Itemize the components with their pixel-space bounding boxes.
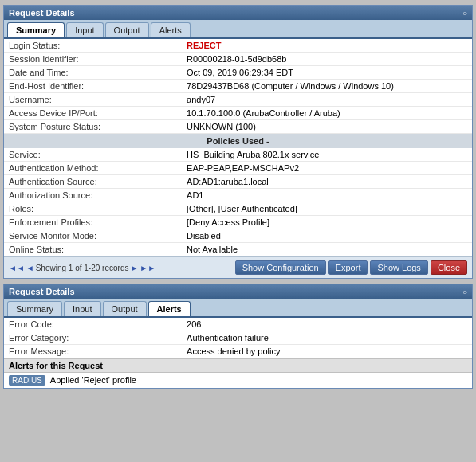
- field-value: R00000218-01-5d9db68b: [182, 53, 472, 66]
- panel-header-2: Request Details ○: [4, 284, 472, 299]
- table-row: Error Message: Access denied by policy: [4, 345, 472, 358]
- export-button[interactable]: Export: [328, 260, 368, 275]
- panel-title-2: Request Details: [9, 287, 75, 296]
- field-label: Service:: [4, 148, 182, 162]
- alert-row: RADIUS Applied 'Reject' profile: [4, 373, 472, 388]
- field-label: Error Category:: [4, 331, 182, 345]
- field-label: Authentication Source:: [4, 175, 182, 189]
- table-row: Service: HS_Building Aruba 802.1x servic…: [4, 148, 472, 162]
- content-area-1: Login Status: REJECT Session Identifier:…: [4, 39, 472, 256]
- field-value: AD1: [182, 189, 472, 202]
- field-value: Access denied by policy: [182, 345, 472, 358]
- summary-table-1: Login Status: REJECT Session Identifier:…: [4, 39, 472, 134]
- show-logs-button[interactable]: Show Logs: [370, 260, 427, 275]
- table-row: Error Category: Authentication failure: [4, 331, 472, 345]
- close-button[interactable]: Close: [431, 260, 467, 275]
- action-buttons: Show Configuration Export Show Logs Clos…: [235, 260, 467, 275]
- field-value: UNKNOWN (100): [182, 120, 472, 134]
- field-value: Oct 09, 2019 06:29:34 EDT: [182, 66, 472, 80]
- panel-header-1: Request Details ○: [4, 6, 472, 20]
- nav-prev-button[interactable]: ◄: [26, 264, 34, 272]
- field-label: Service Monitor Mode:: [4, 229, 182, 243]
- field-label: Enforcement Profiles:: [4, 216, 182, 229]
- field-value: EAP-PEAP,EAP-MSCHAPv2: [182, 162, 472, 175]
- content-area-2: Error Code: 206 Error Category: Authenti…: [4, 318, 472, 388]
- table-row: Online Status: Not Available: [4, 243, 472, 256]
- field-label: Session Identifier:: [4, 53, 182, 66]
- policy-table-1: Service: HS_Building Aruba 802.1x servic…: [4, 148, 472, 256]
- panel-header-close-2[interactable]: ○: [462, 288, 467, 296]
- records-text: Showing 1 of 1-20 records: [36, 264, 129, 272]
- field-label: Roles:: [4, 202, 182, 216]
- tab-output-2[interactable]: Output: [103, 301, 147, 316]
- alert-badge: RADIUS: [9, 375, 45, 386]
- tab-alerts-2[interactable]: Alerts: [148, 301, 191, 316]
- records-info: ◄◄ ◄ Showing 1 of 1-20 records ► ►►: [9, 264, 155, 272]
- tab-bar-1: Summary Input Output Alerts: [4, 20, 472, 39]
- field-label: Date and Time:: [4, 66, 182, 80]
- field-label: Authentication Method:: [4, 162, 182, 175]
- table-row: Authentication Source: AD:AD1:aruba1.loc…: [4, 175, 472, 189]
- table-row: Enforcement Profiles: [Deny Access Profi…: [4, 216, 472, 229]
- show-configuration-button[interactable]: Show Configuration: [235, 260, 326, 275]
- field-value: [Deny Access Profile]: [182, 216, 472, 229]
- tab-bar-2: Summary Input Output Alerts: [4, 299, 472, 318]
- table-row: Date and Time: Oct 09, 2019 06:29:34 EDT: [4, 66, 472, 80]
- field-value: HS_Building Aruba 802.1x service: [182, 148, 472, 162]
- field-value: 78D29437BD68 (Computer / Windows / Windo…: [182, 80, 472, 93]
- field-label: Username:: [4, 93, 182, 107]
- tab-alerts-1[interactable]: Alerts: [151, 22, 191, 37]
- field-label: End-Host Identifier:: [4, 80, 182, 93]
- field-value: Authentication failure: [182, 331, 472, 345]
- table-row: Error Code: 206: [4, 318, 472, 331]
- field-label: Online Status:: [4, 243, 182, 256]
- alerts-table-2: Error Code: 206 Error Category: Authenti…: [4, 318, 472, 358]
- field-value: AD:AD1:aruba1.local: [182, 175, 472, 189]
- field-value: andy07: [182, 93, 472, 107]
- table-row: System Posture Status: UNKNOWN (100): [4, 120, 472, 134]
- tab-input-1[interactable]: Input: [66, 22, 103, 37]
- nav-first-button[interactable]: ◄◄: [9, 264, 25, 272]
- alert-text: Applied 'Reject' profile: [50, 375, 136, 385]
- panel-title-1: Request Details: [9, 8, 75, 18]
- table-row: Authorization Source: AD1: [4, 189, 472, 202]
- tab-input-2[interactable]: Input: [64, 301, 100, 316]
- footer-bar-1: ◄◄ ◄ Showing 1 of 1-20 records ► ►► Show…: [4, 256, 472, 278]
- field-value-login-status: REJECT: [182, 39, 472, 53]
- tab-output-1[interactable]: Output: [105, 22, 149, 37]
- table-row: Login Status: REJECT: [4, 39, 472, 53]
- field-value: Disabled: [182, 229, 472, 243]
- policies-header: Policies Used -: [4, 134, 472, 148]
- alerts-section-header: Alerts for this Request: [4, 358, 472, 373]
- tab-summary-1[interactable]: Summary: [7, 22, 65, 37]
- field-label: Error Code:: [4, 318, 182, 331]
- table-row: Access Device IP/Port: 10.1.70.100:0 (Ar…: [4, 107, 472, 120]
- field-label: Authorization Source:: [4, 189, 182, 202]
- panel-header-close-1[interactable]: ○: [462, 9, 467, 18]
- panel-request-details-1: Request Details ○ Summary Input Output A…: [3, 5, 473, 279]
- field-value: 206: [182, 318, 472, 331]
- table-row: Session Identifier: R00000218-01-5d9db68…: [4, 53, 472, 66]
- table-row: Username: andy07: [4, 93, 472, 107]
- table-row: Service Monitor Mode: Disabled: [4, 229, 472, 243]
- field-value: [Other], [User Authenticated]: [182, 202, 472, 216]
- field-value: 10.1.70.100:0 (ArubaController / Aruba): [182, 107, 472, 120]
- table-row: Roles: [Other], [User Authenticated]: [4, 202, 472, 216]
- field-label: Access Device IP/Port:: [4, 107, 182, 120]
- nav-next-button[interactable]: ►: [130, 264, 138, 272]
- field-label: System Posture Status:: [4, 120, 182, 134]
- tab-summary-2[interactable]: Summary: [7, 301, 62, 316]
- table-row: End-Host Identifier: 78D29437BD68 (Compu…: [4, 80, 472, 93]
- field-value: Not Available: [182, 243, 472, 256]
- field-label: Login Status:: [4, 39, 182, 53]
- nav-last-button[interactable]: ►►: [140, 264, 155, 272]
- table-row: Authentication Method: EAP-PEAP,EAP-MSCH…: [4, 162, 472, 175]
- field-label: Error Message:: [4, 345, 182, 358]
- panel-request-details-2: Request Details ○ Summary Input Output A…: [3, 284, 473, 389]
